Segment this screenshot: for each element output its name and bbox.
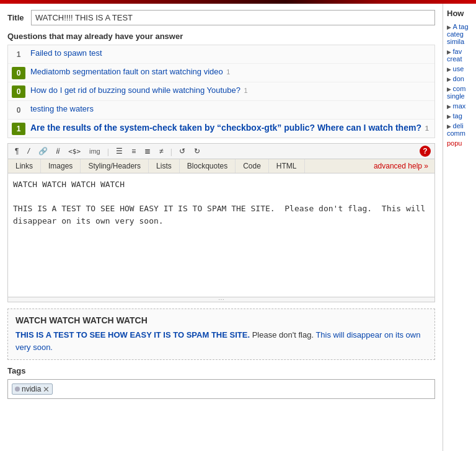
resize-dots-icon: ⋯ [218,296,225,303]
nvidia-tag-chip[interactable]: nvidia ✕ [12,383,53,395]
sidebar-item-fav[interactable]: fav creat [447,48,472,63]
tag-chip-label: nvidia [22,385,41,393]
advanced-help-link[interactable]: advanced help » [368,159,434,173]
ul-btn[interactable]: ☰ [113,146,126,157]
tab-html[interactable]: HTML [269,159,305,173]
list-item[interactable]: 1 Are the results of the system-check ta… [8,120,434,138]
tags-input-area[interactable]: nvidia ✕ [7,379,435,399]
questions-list: 1 Failed to spawn test 0 Mediatomb segme… [7,45,435,138]
sidebar-item-tag2[interactable]: tag [447,112,472,120]
tab-lists[interactable]: Lists [149,159,180,173]
sidebar-item-don[interactable]: don [447,75,472,82]
preview-site-span: THE SITE. [211,330,250,339]
italic2-btn[interactable]: ii [53,146,63,157]
redo-btn[interactable]: ↻ [191,146,203,157]
link-btn[interactable]: 🔗 [35,146,51,157]
vote-badge: 1 [12,123,25,135]
tab-links[interactable]: Links [8,159,41,173]
list-item[interactable]: 0 Mediatomb segmentation fault on start … [8,64,434,82]
resize-handle[interactable]: ⋯ [7,297,435,302]
question-text[interactable]: testing the waters [30,103,94,115]
question-text[interactable]: Mediatomb segmentation fault on start wa… [30,66,230,77]
sidebar-item-deli[interactable]: deli comm [447,122,472,137]
vote-badge: 0 [12,85,25,98]
main-content: Title Questions that may already have yo… [0,4,443,451]
sidebar-popular: popu [447,139,472,147]
tab-blockquotes[interactable]: Blockquotes [180,159,236,173]
list-item[interactable]: 1 Failed to spawn test [8,45,434,64]
editor-toolbar: ¶ / 🔗 ii <$> img | ☰ ≡ ≣ ≠ | ↺ ↻ ? [7,143,435,159]
ol-btn[interactable]: ≡ [128,146,139,157]
list-item[interactable]: 0 How do I get rid of buzzing sound whil… [8,82,434,101]
help-icon[interactable]: ? [420,146,431,157]
tags-section: Tags nvidia ✕ [7,366,435,399]
sidebar-title: How [447,9,472,18]
preview-title: WATCH WATCH WATCH WATCH [15,315,427,325]
editor-tabs: Links Images Styling/Headers Lists Block… [7,159,435,173]
sidebar-item-max[interactable]: max [447,102,472,110]
preview-flag-span: Please don't flag. [252,330,316,339]
sidebar-item-com[interactable]: com single [447,85,472,100]
sidebar-item-tag[interactable]: A tag categ simila [447,23,472,45]
tab-images[interactable]: Images [41,159,81,173]
tab-styling[interactable]: Styling/Headers [81,159,149,173]
title-input[interactable] [31,10,435,25]
list-item[interactable]: 0 testing the waters [8,101,434,120]
vote-badge: 0 [12,104,25,116]
title-label: Title [7,13,26,22]
sidebar-item-use[interactable]: use [447,65,472,72]
indent-btn[interactable]: ≣ [141,146,154,157]
tags-label: Tags [7,366,435,375]
question-text[interactable]: Are the results of the system-check take… [30,122,429,134]
undo-btn[interactable]: ↺ [176,146,188,157]
editor-textarea[interactable]: WATCH WATCH WATCH WATCH THIS IS A TEST T… [13,178,430,290]
preview-section: WATCH WATCH WATCH WATCH THIS IS A TEST T… [7,309,435,360]
vote-badge: 0 [12,67,25,79]
preview-text-span: THIS IS A TEST TO SEE HOW EASY IT IS TO … [15,330,209,339]
vote-badge: 1 [12,48,25,61]
editor-area: WATCH WATCH WATCH WATCH THIS IS A TEST T… [7,173,435,297]
code-btn[interactable]: <$> [65,146,84,157]
title-row: Title [7,10,435,25]
image-btn[interactable]: img [86,146,104,157]
italic-btn[interactable]: / [24,146,32,157]
paragraph-btn[interactable]: ¶ [12,146,22,157]
question-text[interactable]: How do I get rid of buzzing sound while … [30,85,248,96]
outdent-btn[interactable]: ≠ [156,146,167,157]
tab-code[interactable]: Code [236,159,269,173]
questions-header: Questions that may already have your ans… [7,32,435,41]
question-text[interactable]: Failed to spawn test [30,48,102,59]
tag-dot-icon [15,387,20,392]
tag-remove-icon[interactable]: ✕ [43,385,50,393]
sidebar: How A tag categ simila fav creat use don… [443,4,476,451]
preview-body: THIS IS A TEST TO SEE HOW EASY IT IS TO … [15,329,427,353]
